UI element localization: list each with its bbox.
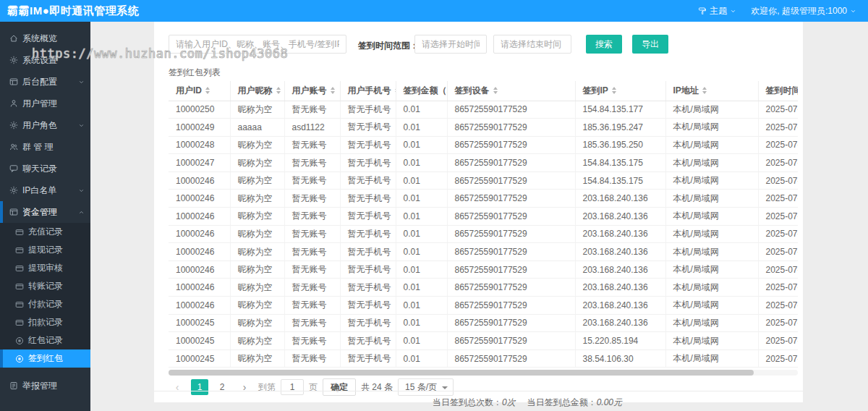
sidebar-item-群管理[interactable]: 群 管 理 <box>0 136 90 158</box>
table-cell: 10000245 <box>169 349 230 368</box>
sidebar-subitem-扣款记录[interactable]: 扣款记录 <box>0 313 90 331</box>
sidebar-subitem-付款记录[interactable]: 付款记录 <box>0 295 90 313</box>
sidebar-item-label: 聊天记录 <box>22 163 57 175</box>
sidebar-item-系统设置[interactable]: 系统设置 <box>0 49 90 71</box>
table-row: 10000246昵称为空暂无账号暂无手机号0.01865725590177529… <box>169 260 798 279</box>
chevron-down-icon <box>730 8 736 14</box>
table-cell: 154.84.135.175 <box>575 154 665 172</box>
col-header-label: 签到金额（... <box>404 85 448 97</box>
layout-icon <box>9 77 18 86</box>
table-cell: 10000249 <box>169 119 230 137</box>
table-cell: 10000246 <box>169 260 230 279</box>
table-cell: 暂无手机号 <box>340 260 396 279</box>
search-button[interactable]: 搜索 <box>586 35 622 54</box>
table-cell: 暂无手机号 <box>340 243 396 261</box>
sidebar-item-举报管理[interactable]: 举报管理 <box>0 375 90 397</box>
sidebar-item-label: 群 管 理 <box>22 141 54 153</box>
sidebar-subitem-label: 扣款记录 <box>28 316 63 329</box>
sidebar-item-IP白名单[interactable]: IP白名单 <box>0 179 90 201</box>
table-cell: 10000246 <box>169 225 230 243</box>
table-cell: 10000246 <box>169 297 230 315</box>
table-cell: 暂无账号 <box>284 314 340 332</box>
col-header-label: 签到时间 <box>766 85 799 97</box>
sort-icon[interactable] <box>205 87 210 94</box>
table-cell: 本机/局域网 <box>665 154 758 172</box>
table-cell: 暂无手机号 <box>340 190 396 208</box>
table-cell: 0.01 <box>396 171 447 190</box>
table-wrap: 用户ID用户昵称用户账号用户手机号签到金额（...签到设备签到IPIP地址签到时… <box>169 81 798 368</box>
gear-icon <box>9 186 18 195</box>
sidebar-subitem-红包记录[interactable]: 红包记录 <box>0 331 90 349</box>
col-header-label: 用户账号 <box>292 85 327 97</box>
chevron-down-icon <box>78 79 85 85</box>
group-icon <box>9 143 18 151</box>
summary-amount-value: 0.00元 <box>597 397 622 407</box>
table-cell: 10000246 <box>169 208 230 226</box>
card-icon <box>15 228 24 237</box>
table-cell: 本机/局域网 <box>665 314 758 332</box>
sidebar-item-用户角色[interactable]: 用户角色 <box>0 114 90 136</box>
table-cell: 865725590177529 <box>447 119 575 137</box>
table-cell: 昵称为空 <box>230 171 284 190</box>
home-icon <box>9 34 18 43</box>
content-card: 签到时间范围： 搜索 导出 签到红包列表 用户ID用户昵称用户账号用户手机号签到… <box>154 22 803 402</box>
sidebar-item-资金管理[interactable]: 资金管理 <box>0 201 90 223</box>
sidebar-item-用户管理[interactable]: 用户管理 <box>0 93 90 114</box>
horizontal-scrollbar-thumb[interactable] <box>169 370 754 376</box>
table-cell: 185.36.195.247 <box>575 119 665 137</box>
sidebar-subitem-签到红包[interactable]: 签到红包 <box>0 349 90 368</box>
table-cell: 本机/局域网 <box>665 225 758 243</box>
col-header-用户昵称[interactable]: 用户昵称 <box>230 81 284 101</box>
col-header-label: 签到设备 <box>455 85 490 97</box>
col-header-签到设备[interactable]: 签到设备 <box>447 81 575 101</box>
sidebar-subitem-提现审核[interactable]: 提现审核 <box>0 259 90 277</box>
sort-icon[interactable] <box>276 87 281 94</box>
sidebar-item-后台配置[interactable]: 后台配置 <box>0 71 90 93</box>
table-cell: 本机/局域网 <box>665 279 758 297</box>
table-cell: 865725590177529 <box>447 154 575 172</box>
table-cell: 15.220.85.194 <box>575 332 665 350</box>
sort-icon[interactable] <box>612 87 616 94</box>
sort-icon[interactable] <box>331 87 335 94</box>
sidebar-item-系统概览[interactable]: 系统概览 <box>0 27 90 49</box>
redpacket-icon <box>15 355 24 363</box>
col-header-用户ID[interactable]: 用户ID <box>169 81 230 101</box>
table-cell: 10000246 <box>169 190 230 208</box>
table-cell: 2025-07-18 <box>758 154 798 172</box>
table-cell: 865725590177529 <box>447 208 575 226</box>
table-cell: 865725590177529 <box>447 332 575 350</box>
col-header-签到IP[interactable]: 签到IP <box>575 81 665 101</box>
sort-icon[interactable] <box>702 87 707 94</box>
search-input[interactable] <box>169 35 346 54</box>
end-time-input[interactable] <box>493 35 571 54</box>
table-cell: 203.168.240.136 <box>575 260 665 279</box>
table-cell: 203.168.240.136 <box>575 243 665 261</box>
sort-icon[interactable] <box>493 87 498 94</box>
sidebar-subitem-label: 付款记录 <box>28 298 63 310</box>
sidebar-item-聊天记录[interactable]: 聊天记录 <box>0 158 90 179</box>
theme-menu[interactable]: 主题 <box>698 5 736 17</box>
table-cell: 203.168.240.136 <box>575 208 665 226</box>
table-cell: 2025-07-18 <box>758 260 798 279</box>
start-time-input[interactable] <box>414 35 487 54</box>
sidebar-subitem-充值记录[interactable]: 充值记录 <box>0 223 90 241</box>
chevron-up-icon <box>78 209 85 216</box>
col-header-用户手机号[interactable]: 用户手机号 <box>340 81 396 101</box>
table-cell: 865725590177529 <box>447 101 575 119</box>
export-button[interactable]: 导出 <box>632 35 668 54</box>
sidebar-subitem-提现记录[interactable]: 提现记录 <box>0 241 90 259</box>
table-cell: 38.54.106.30 <box>575 349 665 368</box>
table-row: 10000245昵称为空暂无账号暂无手机号0.01865725590177529… <box>169 314 798 332</box>
sidebar-subitem-转账记录[interactable]: 转账记录 <box>0 277 90 295</box>
table-cell: 本机/局域网 <box>665 349 758 368</box>
table-cell: 2025-07-18 <box>758 171 798 190</box>
table-cell: 2025-07-18 <box>758 136 798 154</box>
table-cell: 10000245 <box>169 332 230 350</box>
sidebar-item-label: 系统概览 <box>22 33 57 45</box>
user-menu[interactable]: 欢迎你, 超级管理员:1000 <box>751 5 856 17</box>
col-header-IP地址[interactable]: IP地址 <box>665 81 758 101</box>
col-header-用户账号[interactable]: 用户账号 <box>284 81 340 101</box>
sidebar-item-label: IP白名单 <box>22 185 56 197</box>
table-cell: 203.168.240.136 <box>575 190 665 208</box>
col-header-label: 用户手机号 <box>348 85 391 97</box>
